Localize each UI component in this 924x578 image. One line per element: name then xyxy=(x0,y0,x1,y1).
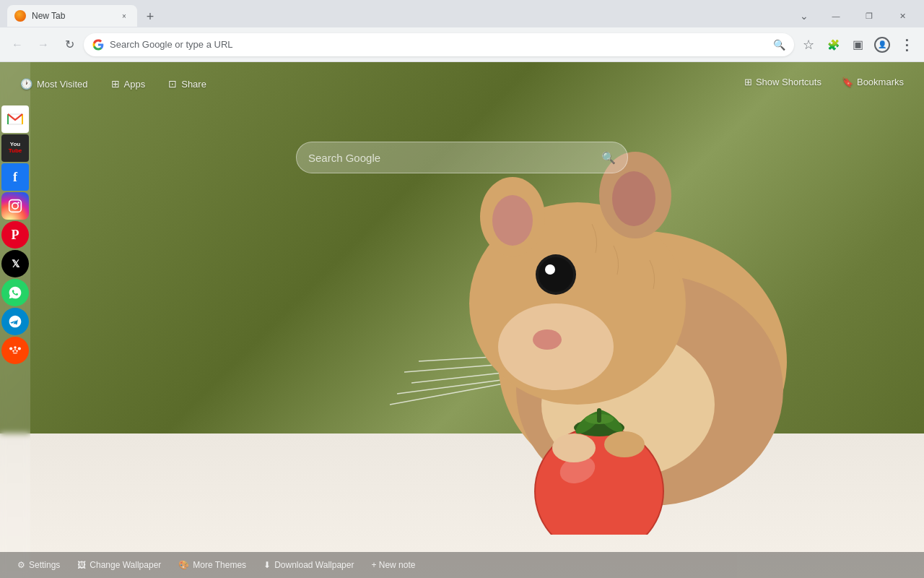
sidebar-app-reddit[interactable] xyxy=(1,337,29,364)
search-icon: 🔍 xyxy=(773,39,785,51)
search-box[interactable]: Search Google 🔍 xyxy=(296,142,628,173)
svg-rect-29 xyxy=(9,200,22,212)
svg-point-16 xyxy=(550,269,554,273)
svg-point-34 xyxy=(16,350,18,353)
new-note-button[interactable]: + New note xyxy=(365,558,421,572)
maximize-button[interactable]: ❐ xyxy=(853,4,885,27)
back-button[interactable]: ← xyxy=(6,33,29,56)
new-note-label: + New note xyxy=(371,560,415,570)
svg-point-31 xyxy=(17,202,19,204)
share-label: Share xyxy=(181,79,206,90)
svg-point-10 xyxy=(492,195,533,246)
change-wallpaper-label: Change Wallpaper xyxy=(90,560,161,570)
tab-title: New Tab xyxy=(32,11,113,21)
most-visited-label: Most Visited xyxy=(37,79,88,90)
sidebar-app-facebook[interactable]: f xyxy=(1,163,29,191)
tab-strip: New Tab × + xyxy=(0,5,788,27)
active-tab[interactable]: New Tab × xyxy=(7,5,137,27)
sidebar-app-gmail[interactable] xyxy=(1,105,29,133)
shortcuts-left: 🕐 Most Visited ⊞ Apps ⊡ Share xyxy=(14,75,212,92)
omnibox-text: Search Google or type a URL xyxy=(110,39,767,50)
sidebar-app-instagram[interactable] xyxy=(1,192,29,220)
download-wallpaper-button[interactable]: ⬇ Download Wallpaper xyxy=(258,558,359,572)
browser-chrome: New Tab × + ⌄ — ❐ ✕ ← → ↻ Search Google … xyxy=(0,0,924,62)
bookmarks-button[interactable]: 🔖 Bookmarks xyxy=(836,74,910,90)
extensions-button[interactable]: 🧩 xyxy=(821,33,845,56)
forward-button[interactable]: → xyxy=(32,33,55,56)
bookmarks-label: Bookmarks xyxy=(857,77,904,87)
toolbar-actions: ☆ 🧩 ▣ 👤 ⋮ xyxy=(797,33,918,56)
svg-point-33 xyxy=(12,350,14,353)
most-visited-icon: 🕐 xyxy=(20,78,32,90)
new-tab-page: You Tube f P 𝕏 xyxy=(0,62,924,578)
search-container: Search Google 🔍 xyxy=(296,142,628,173)
hamster-illustration xyxy=(289,116,794,535)
show-shortcuts-button[interactable]: ⊞ Show Shortcuts xyxy=(738,74,827,90)
reload-button[interactable]: ↻ xyxy=(58,33,81,56)
sidebar-button[interactable]: ▣ xyxy=(846,33,869,56)
apps-label: Apps xyxy=(124,79,146,90)
settings-icon: ⚙ xyxy=(17,560,25,570)
share-button[interactable]: ⊡ Share xyxy=(162,75,212,92)
svg-point-35 xyxy=(14,346,16,348)
most-visited-button[interactable]: 🕐 Most Visited xyxy=(14,75,94,92)
bookmarks-icon: 🔖 xyxy=(842,77,853,87)
sidebar-app-telegram[interactable] xyxy=(1,308,29,335)
search-placeholder: Search Google xyxy=(308,152,594,164)
change-wallpaper-button[interactable]: 🖼 Change Wallpaper xyxy=(71,558,167,572)
side-apps-bar: You Tube f P 𝕏 xyxy=(0,62,30,578)
svg-point-14 xyxy=(539,257,573,292)
settings-label: Settings xyxy=(29,560,60,570)
share-icon: ⊡ xyxy=(168,78,177,90)
show-shortcuts-label: Show Shortcuts xyxy=(756,77,821,87)
close-button[interactable]: ✕ xyxy=(886,4,918,27)
show-shortcuts-icon: ⊞ xyxy=(744,77,752,87)
tab-close-button[interactable]: × xyxy=(118,10,130,22)
more-themes-button[interactable]: 🎨 More Themes xyxy=(173,558,252,572)
more-themes-icon: 🎨 xyxy=(178,560,189,570)
google-logo-icon xyxy=(92,39,104,51)
svg-point-30 xyxy=(12,203,18,209)
sidebar-app-whatsapp[interactable] xyxy=(1,279,29,306)
omnibox[interactable]: Search Google or type a URL 🔍 xyxy=(84,33,794,56)
change-wallpaper-icon: 🖼 xyxy=(77,560,86,570)
svg-point-27 xyxy=(552,434,596,462)
svg-rect-26 xyxy=(597,408,601,423)
tab-dropdown-button[interactable]: ⌄ xyxy=(788,4,820,27)
download-wallpaper-icon: ⬇ xyxy=(263,560,271,570)
search-submit-icon[interactable]: 🔍 xyxy=(601,151,616,165)
sidebar-app-pinterest[interactable]: P xyxy=(1,221,29,249)
sidebar-app-twitter[interactable]: 𝕏 xyxy=(1,250,29,277)
window-controls: — ❐ ✕ xyxy=(820,4,924,27)
toolbar: ← → ↻ Search Google or type a URL 🔍 ☆ 🧩 … xyxy=(0,27,924,62)
sidebar-app-youtube[interactable]: You Tube xyxy=(1,134,29,162)
svg-point-36 xyxy=(18,347,21,350)
download-wallpaper-label: Download Wallpaper xyxy=(274,560,354,570)
svg-point-37 xyxy=(9,347,12,350)
menu-button[interactable]: ⋮ xyxy=(895,33,918,56)
more-themes-label: More Themes xyxy=(193,560,246,570)
svg-point-28 xyxy=(604,431,645,457)
tab-favicon xyxy=(14,10,26,22)
bookmark-button[interactable]: ☆ xyxy=(797,33,820,56)
svg-point-18 xyxy=(533,329,562,350)
apps-icon: ⊞ xyxy=(111,78,120,90)
svg-point-12 xyxy=(612,171,655,226)
new-tab-button[interactable]: + xyxy=(140,7,160,27)
settings-button[interactable]: ⚙ Settings xyxy=(12,558,66,572)
title-bar: New Tab × + ⌄ — ❐ ✕ xyxy=(0,0,924,27)
minimize-button[interactable]: — xyxy=(820,4,852,27)
bottom-bar: ⚙ Settings 🖼 Change Wallpaper 🎨 More The… xyxy=(0,552,924,578)
account-button[interactable]: 👤 xyxy=(871,33,894,56)
shortcuts-right: ⊞ Show Shortcuts 🔖 Bookmarks xyxy=(738,74,910,90)
apps-button[interactable]: ⊞ Apps xyxy=(105,75,152,92)
